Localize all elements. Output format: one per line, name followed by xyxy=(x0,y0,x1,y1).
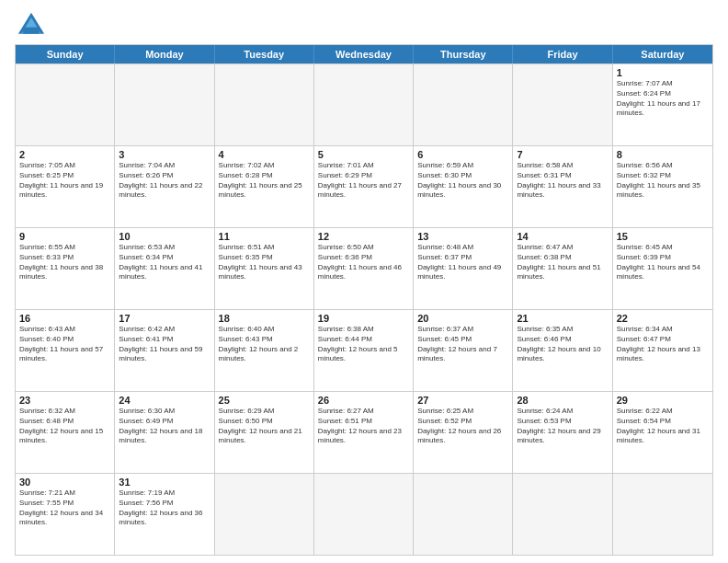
header-day-friday: Friday xyxy=(513,45,612,63)
day-info: Sunrise: 6:53 AM Sunset: 6:34 PM Dayligh… xyxy=(119,243,210,282)
calendar-cell: 9Sunrise: 6:55 AM Sunset: 6:33 PM Daylig… xyxy=(16,228,115,309)
day-number: 6 xyxy=(417,149,508,160)
day-number: 19 xyxy=(318,313,409,324)
logo xyxy=(15,11,51,39)
calendar-cell xyxy=(314,474,414,555)
day-info: Sunrise: 6:37 AM Sunset: 6:45 PM Dayligh… xyxy=(417,325,508,364)
day-number: 23 xyxy=(19,395,110,406)
calendar-cell: 19Sunrise: 6:38 AM Sunset: 6:44 PM Dayli… xyxy=(314,310,414,391)
day-info: Sunrise: 6:34 AM Sunset: 6:47 PM Dayligh… xyxy=(617,325,709,364)
calendar-cell: 16Sunrise: 6:43 AM Sunset: 6:40 PM Dayli… xyxy=(16,310,115,391)
day-number: 3 xyxy=(119,149,210,160)
day-info: Sunrise: 6:50 AM Sunset: 6:36 PM Dayligh… xyxy=(318,243,409,282)
day-number: 22 xyxy=(617,313,709,324)
day-info: Sunrise: 7:02 AM Sunset: 6:28 PM Dayligh… xyxy=(219,161,310,201)
calendar: SundayMondayTuesdayWednesdayThursdayFrid… xyxy=(15,44,713,556)
calendar-cell xyxy=(414,64,513,145)
day-info: Sunrise: 6:56 AM Sunset: 6:32 PM Dayligh… xyxy=(617,161,709,201)
calendar-cell: 18Sunrise: 6:40 AM Sunset: 6:43 PM Dayli… xyxy=(215,310,314,391)
day-info: Sunrise: 6:40 AM Sunset: 6:43 PM Dayligh… xyxy=(219,325,310,364)
calendar-cell xyxy=(414,474,513,555)
calendar-cell: 8Sunrise: 6:56 AM Sunset: 6:32 PM Daylig… xyxy=(613,146,712,227)
calendar-row-2: 9Sunrise: 6:55 AM Sunset: 6:33 PM Daylig… xyxy=(16,227,712,309)
day-info: Sunrise: 7:21 AM Sunset: 7:55 PM Dayligh… xyxy=(19,488,110,528)
calendar-header: SundayMondayTuesdayWednesdayThursdayFrid… xyxy=(16,45,712,63)
calendar-cell: 30Sunrise: 7:21 AM Sunset: 7:55 PM Dayli… xyxy=(16,474,115,555)
day-info: Sunrise: 6:38 AM Sunset: 6:44 PM Dayligh… xyxy=(318,325,409,364)
calendar-cell: 3Sunrise: 7:04 AM Sunset: 6:26 PM Daylig… xyxy=(115,146,214,227)
calendar-cell xyxy=(613,474,712,555)
header-day-thursday: Thursday xyxy=(414,45,513,63)
calendar-cell xyxy=(215,64,314,145)
day-number: 11 xyxy=(219,231,310,242)
calendar-cell: 2Sunrise: 7:05 AM Sunset: 6:25 PM Daylig… xyxy=(16,146,115,227)
day-info: Sunrise: 7:01 AM Sunset: 6:29 PM Dayligh… xyxy=(318,161,409,201)
day-number: 20 xyxy=(417,313,508,324)
day-info: Sunrise: 6:25 AM Sunset: 6:52 PM Dayligh… xyxy=(417,407,508,446)
day-info: Sunrise: 6:29 AM Sunset: 6:50 PM Dayligh… xyxy=(219,407,310,446)
day-number: 16 xyxy=(19,313,110,324)
day-info: Sunrise: 6:22 AM Sunset: 6:54 PM Dayligh… xyxy=(617,407,709,446)
calendar-cell: 13Sunrise: 6:48 AM Sunset: 6:37 PM Dayli… xyxy=(414,228,513,309)
calendar-cell: 14Sunrise: 6:47 AM Sunset: 6:38 PM Dayli… xyxy=(513,228,612,309)
calendar-cell xyxy=(314,64,414,145)
day-number: 25 xyxy=(219,395,310,406)
day-info: Sunrise: 6:48 AM Sunset: 6:37 PM Dayligh… xyxy=(417,243,508,282)
day-number: 28 xyxy=(517,395,608,406)
header-day-tuesday: Tuesday xyxy=(215,45,314,63)
calendar-cell: 26Sunrise: 6:27 AM Sunset: 6:51 PM Dayli… xyxy=(314,392,414,473)
day-number: 15 xyxy=(617,231,709,242)
day-info: Sunrise: 7:05 AM Sunset: 6:25 PM Dayligh… xyxy=(19,161,110,201)
day-number: 7 xyxy=(517,149,608,160)
day-number: 8 xyxy=(617,149,709,160)
calendar-cell xyxy=(115,64,214,145)
day-number: 13 xyxy=(417,231,508,242)
day-number: 21 xyxy=(517,313,608,324)
calendar-row-1: 2Sunrise: 7:05 AM Sunset: 6:25 PM Daylig… xyxy=(16,145,712,227)
day-info: Sunrise: 6:35 AM Sunset: 6:46 PM Dayligh… xyxy=(517,325,608,364)
header xyxy=(15,11,713,39)
calendar-cell: 31Sunrise: 7:19 AM Sunset: 7:56 PM Dayli… xyxy=(115,474,214,555)
day-info: Sunrise: 6:58 AM Sunset: 6:31 PM Dayligh… xyxy=(517,161,608,201)
calendar-cell: 28Sunrise: 6:24 AM Sunset: 6:53 PM Dayli… xyxy=(513,392,612,473)
calendar-cell: 1Sunrise: 7:07 AM Sunset: 6:24 PM Daylig… xyxy=(613,64,712,145)
day-info: Sunrise: 6:59 AM Sunset: 6:30 PM Dayligh… xyxy=(417,161,508,201)
calendar-cell: 6Sunrise: 6:59 AM Sunset: 6:30 PM Daylig… xyxy=(414,146,513,227)
day-info: Sunrise: 6:24 AM Sunset: 6:53 PM Dayligh… xyxy=(517,407,608,446)
calendar-row-0: 1Sunrise: 7:07 AM Sunset: 6:24 PM Daylig… xyxy=(16,63,712,145)
day-info: Sunrise: 7:04 AM Sunset: 6:26 PM Dayligh… xyxy=(119,161,210,201)
calendar-cell: 22Sunrise: 6:34 AM Sunset: 6:47 PM Dayli… xyxy=(613,310,712,391)
calendar-cell xyxy=(513,64,612,145)
header-day-saturday: Saturday xyxy=(613,45,712,63)
calendar-body: 1Sunrise: 7:07 AM Sunset: 6:24 PM Daylig… xyxy=(16,63,712,555)
calendar-cell: 21Sunrise: 6:35 AM Sunset: 6:46 PM Dayli… xyxy=(513,310,612,391)
calendar-row-4: 23Sunrise: 6:32 AM Sunset: 6:48 PM Dayli… xyxy=(16,391,712,473)
day-info: Sunrise: 6:42 AM Sunset: 6:41 PM Dayligh… xyxy=(119,325,210,364)
day-info: Sunrise: 6:32 AM Sunset: 6:48 PM Dayligh… xyxy=(19,407,110,446)
calendar-cell: 17Sunrise: 6:42 AM Sunset: 6:41 PM Dayli… xyxy=(115,310,214,391)
day-info: Sunrise: 7:07 AM Sunset: 6:24 PM Dayligh… xyxy=(617,79,709,119)
calendar-cell xyxy=(513,474,612,555)
calendar-cell: 15Sunrise: 6:45 AM Sunset: 6:39 PM Dayli… xyxy=(613,228,712,309)
day-number: 29 xyxy=(617,395,709,406)
calendar-cell: 20Sunrise: 6:37 AM Sunset: 6:45 PM Dayli… xyxy=(414,310,513,391)
calendar-cell: 24Sunrise: 6:30 AM Sunset: 6:49 PM Dayli… xyxy=(115,392,214,473)
calendar-cell: 23Sunrise: 6:32 AM Sunset: 6:48 PM Dayli… xyxy=(16,392,115,473)
day-number: 2 xyxy=(19,149,110,160)
calendar-cell xyxy=(215,474,314,555)
day-info: Sunrise: 6:51 AM Sunset: 6:35 PM Dayligh… xyxy=(219,243,310,282)
day-number: 5 xyxy=(318,149,409,160)
day-number: 18 xyxy=(219,313,310,324)
day-number: 10 xyxy=(119,231,210,242)
day-number: 26 xyxy=(318,395,409,406)
day-number: 30 xyxy=(19,477,110,488)
day-number: 24 xyxy=(119,395,210,406)
day-number: 14 xyxy=(517,231,608,242)
header-day-wednesday: Wednesday xyxy=(314,45,414,63)
calendar-cell: 12Sunrise: 6:50 AM Sunset: 6:36 PM Dayli… xyxy=(314,228,414,309)
day-number: 1 xyxy=(617,67,709,78)
day-info: Sunrise: 6:30 AM Sunset: 6:49 PM Dayligh… xyxy=(119,407,210,446)
calendar-cell: 11Sunrise: 6:51 AM Sunset: 6:35 PM Dayli… xyxy=(215,228,314,309)
day-number: 31 xyxy=(119,477,210,488)
calendar-row-5: 30Sunrise: 7:21 AM Sunset: 7:55 PM Dayli… xyxy=(16,473,712,555)
